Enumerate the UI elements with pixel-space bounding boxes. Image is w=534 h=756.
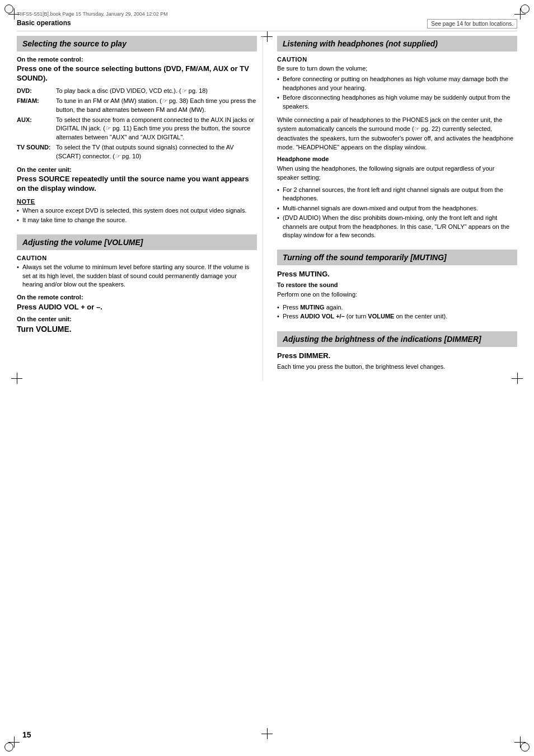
fmam-item: FM/AM: To tune in an FM or AM (MW) stati… [17, 97, 257, 114]
caution-label-hp: CAUTION [277, 56, 517, 63]
aux-item: AUX: To select the source from a compone… [17, 116, 257, 142]
center-heading-1: Press SOURCE repeatedly until the source… [17, 175, 257, 194]
remote-label-vol: On the remote control: [17, 294, 257, 300]
section-headphones-header: Listening with headphones (not supplied) [277, 36, 517, 51]
left-column: Selecting the source to play On the remo… [17, 36, 263, 381]
section-selecting-source-header: Selecting the source to play [17, 36, 257, 51]
section-selecting-source: Selecting the source to play On the remo… [17, 36, 257, 224]
restore-item-1: Press MUTING again. [277, 303, 517, 312]
main-content: Selecting the source to play On the remo… [17, 36, 517, 381]
note-label-1: NOTE [17, 198, 257, 205]
dvd-text: To play back a disc (DVD VIDEO, VCD etc.… [56, 87, 257, 95]
turn-volume: Turn VOLUME. [17, 325, 257, 334]
section-dimmer: Adjusting the brightness of the indicati… [277, 331, 517, 372]
caution-item-vol: Always set the volume to minimum level b… [17, 263, 257, 289]
caution-hp-2: Before disconnecting headphones as high … [277, 93, 517, 111]
section-volume: Adjusting the volume [VOLUME] CAUTION Al… [17, 234, 257, 333]
tvsound-label: TV SOUND: [17, 143, 56, 161]
file-info: TIIFS5-S51[B].book Page 15 Thursday, Jan… [17, 11, 517, 17]
hp-mode-item-1: For 2 channel sources, the front left an… [277, 186, 517, 203]
section-muting: Turning off the sound temporarily [MUTIN… [277, 250, 517, 321]
page-container: TIIFS5-S51[B].book Page 15 Thursday, Jan… [0, 0, 534, 756]
tvsound-text: To select the TV (that outputs sound sig… [56, 143, 257, 161]
right-column: Listening with headphones (not supplied)… [274, 36, 517, 381]
caution-label-vol: CAUTION [17, 255, 257, 261]
center-label-1: On the center unit: [17, 166, 257, 173]
tvsound-item: TV SOUND: To select the TV (that outputs… [17, 143, 257, 161]
hp-body-text-1: While connecting a pair of headphones to… [277, 115, 517, 152]
note-item-1: When a source except DVD is selected, th… [17, 206, 257, 215]
fmam-label: FM/AM: [17, 97, 56, 114]
headphone-mode-text: When using the headphones, the following… [277, 164, 517, 182]
restore-intro: Perform one on the following: [277, 290, 517, 299]
restore-label: To restore the sound [277, 281, 517, 288]
dvd-label: DVD: [17, 87, 56, 95]
aux-label: AUX: [17, 116, 56, 142]
remote-heading-1: Press one of the source selecting button… [17, 64, 257, 83]
page-header: Basic operations See page 14 for button … [17, 19, 517, 31]
header-note: See page 14 for button locations. [427, 19, 517, 29]
section-dimmer-header: Adjusting the brightness of the indicati… [277, 331, 517, 347]
section-volume-header: Adjusting the volume [VOLUME] [17, 234, 257, 250]
caution-intro-hp: Be sure to turn down the volume; [277, 64, 517, 73]
section-headphones: Listening with headphones (not supplied)… [277, 36, 517, 240]
press-muting: Press MUTING. [277, 270, 517, 278]
page-number: 15 [22, 730, 31, 739]
dimmer-body-text: Each time you press the button, the brig… [277, 362, 517, 372]
press-audio-vol: Press AUDIO VOL + or –. [17, 303, 257, 311]
hp-mode-item-2: Multi-channel signals are down-mixed and… [277, 204, 517, 213]
dvd-item: DVD: To play back a disc (DVD VIDEO, VCD… [17, 87, 257, 95]
headphone-mode-label: Headphone mode [277, 156, 517, 162]
aux-text: To select the source from a component co… [56, 116, 257, 142]
section-muting-header: Turning off the sound temporarily [MUTIN… [277, 250, 517, 265]
note-section-1: NOTE When a source except DVD is selecte… [17, 198, 257, 225]
caution-hp-1: Before connecting or putting on headphon… [277, 75, 517, 92]
note-item-2: It may take time to change the source. [17, 216, 257, 224]
restore-item-2: Press AUDIO VOL +/– (or turn VOLUME on t… [277, 312, 517, 321]
section-label: Basic operations [17, 19, 71, 27]
remote-label-1: On the remote control: [17, 56, 257, 63]
hp-mode-item-3: (DVD AUDIO) When the disc prohibits down… [277, 214, 517, 240]
fmam-text: To tune in an FM or AM (MW) station. (☞ … [56, 97, 257, 114]
center-label-vol: On the center unit: [17, 316, 257, 322]
press-dimmer: Press DIMMER. [277, 351, 517, 360]
